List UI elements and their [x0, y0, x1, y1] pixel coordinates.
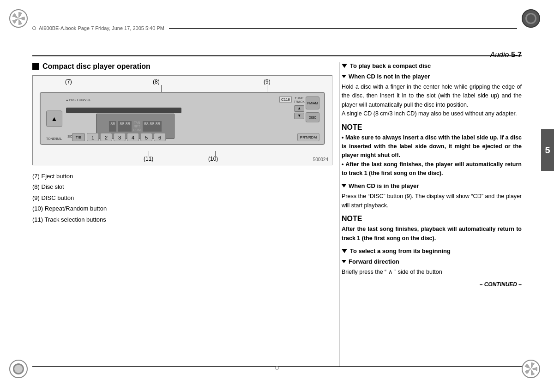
section-number-badge: 5	[541, 129, 554, 171]
tb-button: T/B	[72, 133, 85, 141]
triangle-down-small-icon-1	[342, 75, 346, 78]
note-box-2: NOTE After the last song finishes, playb…	[342, 215, 522, 243]
when-in-heading: When CD is in the player	[342, 182, 522, 189]
audio-label: Audio	[490, 51, 511, 59]
label-line-10	[215, 151, 216, 157]
forward-direction-text: Forward direction	[349, 258, 399, 265]
corner-decoration-tr	[522, 9, 545, 32]
fmam-button: FM/AM	[306, 96, 319, 109]
corner-decoration-tl	[9, 9, 32, 32]
play-back-heading: To play back a compact disc	[342, 62, 522, 69]
label-line-11	[149, 151, 149, 157]
when-not-in-heading-text: When CD is not in the player	[349, 73, 430, 80]
tune-track-buttons: TUNETRACK ▲ ▼	[294, 96, 305, 119]
continued-label: – CONTINUED –	[342, 281, 522, 288]
header-line	[169, 28, 517, 29]
num-btn-3: 3	[114, 133, 126, 141]
when-in-body: Press the “DISC” button (9). The display…	[342, 192, 522, 210]
tone-bal-label: TONE/BAL	[46, 137, 62, 140]
forward-body: Briefly press the “ ∧ ” side of the butt…	[342, 268, 522, 277]
select-song-heading-text: To select a song from its beginning	[350, 247, 451, 254]
triangle-down-small-icon-2	[342, 184, 346, 187]
forward-direction-heading: Forward direction	[342, 258, 522, 265]
corner-decoration-bl	[9, 360, 32, 383]
note-title-2: NOTE	[342, 215, 522, 223]
parts-item-11: (11) Track selection buttons	[32, 214, 332, 225]
left-column: Compact disc player operation (7) (8) (9…	[32, 62, 332, 230]
section-heading-text: Compact disc player operation	[42, 62, 151, 71]
book-info: AI900BE-A.book Page 7 Friday, June 17, 2…	[39, 25, 164, 31]
header-divider	[32, 55, 522, 56]
column-divider	[339, 62, 340, 367]
parts-item-7: (7) Eject button	[32, 171, 332, 181]
num-btn-1: 1	[87, 133, 99, 141]
heading-square-icon	[32, 63, 39, 70]
triangle-down-icon	[342, 64, 347, 68]
label-line-7	[69, 85, 69, 92]
diagram-label-11: (11)	[144, 156, 153, 162]
note1-bullet-2: • After the last song finishes, the play…	[342, 161, 522, 176]
num-btn-2: 2	[100, 133, 112, 141]
diagram-label-8: (8)	[153, 78, 160, 85]
parts-item-10: (10) Repeat/Random button	[32, 203, 332, 214]
diagram-label-7: (7)	[65, 78, 72, 85]
cd-unit-body: ▲ ● PUSH ON/VOL C118 88 88 88 TAN RPT RD…	[40, 92, 325, 145]
prt-rdm-button: PRT/RDM	[297, 133, 319, 141]
note-body-1: • Make sure to always insert a disc with…	[342, 133, 522, 178]
note-body-2: After the last song finishes, playback w…	[342, 225, 522, 243]
image-number: 500024	[313, 157, 328, 162]
bottom-center-bullet	[275, 366, 279, 370]
label-line-9	[267, 85, 267, 92]
when-not-in-body: Hold a disc with a finger in the center …	[342, 83, 522, 119]
num-btn-6: 6	[154, 133, 166, 141]
display-content: 88 88 88 TAN RPT RDM 88:88:88	[109, 121, 162, 132]
note-box-1: NOTE • Make sure to always insert a disc…	[342, 123, 522, 178]
header-bullet	[32, 26, 36, 30]
diagram-label-10: (10)	[208, 156, 218, 162]
right-column: To play back a compact disc When CD is n…	[342, 62, 522, 288]
c118-badge: C118	[279, 96, 292, 103]
triangle-down-small-icon-3	[342, 260, 346, 263]
label-line-8	[161, 85, 162, 92]
page-number: 5-7	[511, 51, 522, 59]
disc-button-diagram: DISC	[306, 112, 319, 122]
eject-button-diagram: ▲	[46, 110, 62, 127]
when-not-in-heading: When CD is not in the player	[342, 73, 522, 80]
diagram-label-9: (9)	[264, 78, 271, 85]
num-btn-5: 5	[140, 133, 152, 141]
note-title-1: NOTE	[342, 123, 522, 132]
page-title: Audio 5-7	[490, 51, 522, 59]
num-btn-4: 4	[127, 133, 139, 141]
parts-list: (7) Eject button (8) Disc slot (9) DISC …	[32, 171, 332, 225]
push-onvol-label: ● PUSH ON/VOL	[66, 98, 91, 102]
disc-slot-diagram	[66, 108, 181, 113]
section-heading: Compact disc player operation	[32, 62, 332, 71]
cd-diagram: (7) (8) (9) ▲ ● PUSH ON/VOL C118 88 88 8…	[32, 75, 332, 165]
select-song-heading: To select a song from its beginning	[342, 247, 522, 254]
note1-bullet-1: • Make sure to always insert a disc with…	[342, 134, 522, 159]
when-in-heading-text: When CD is in the player	[349, 182, 419, 189]
triangle-down-icon-2	[342, 249, 347, 253]
number-buttons-group: 1 2 3 4 5 6	[87, 133, 166, 141]
parts-item-8: (8) Disc slot	[32, 181, 332, 192]
corner-decoration-br	[522, 360, 545, 383]
play-back-heading-text: To play back a compact disc	[350, 62, 431, 69]
page-header: AI900BE-A.book Page 7 Friday, June 17, 2…	[32, 25, 522, 31]
parts-item-9: (9) DISC button	[32, 193, 332, 203]
